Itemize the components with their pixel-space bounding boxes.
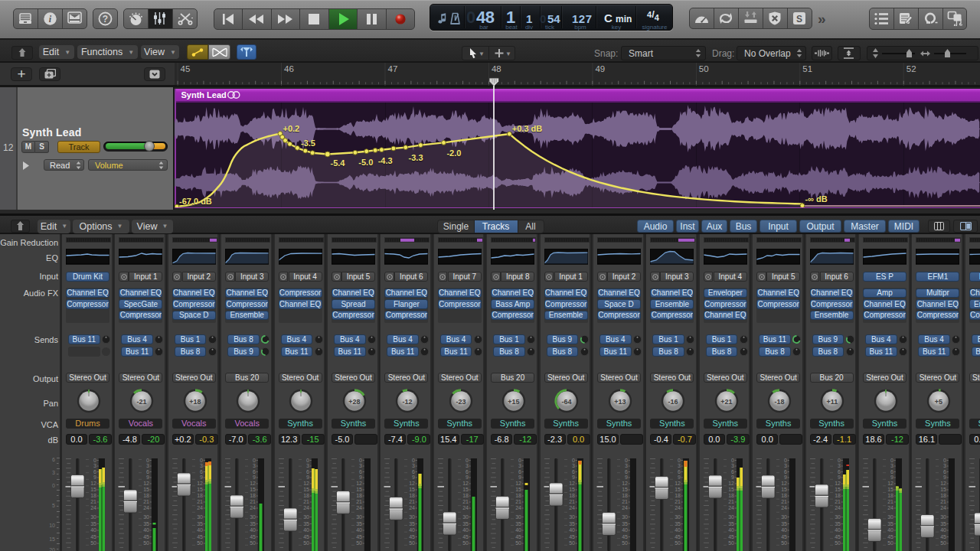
svg-text:0: 0 — [838, 458, 841, 463]
svg-text:9: 9 — [412, 474, 415, 480]
svg-text:18: 18 — [462, 493, 469, 498]
svg-text:35: 35 — [462, 521, 469, 527]
svg-text:40: 40 — [462, 527, 469, 533]
svg-text:18: 18 — [941, 493, 947, 498]
svg-text:15: 15 — [144, 487, 150, 492]
svg-text:12: 12 — [90, 481, 96, 486]
svg-text:30: 30 — [356, 514, 362, 520]
svg-text:21: 21 — [728, 499, 734, 504]
svg-text:3: 3 — [466, 463, 469, 468]
svg-text:50: 50 — [887, 540, 893, 546]
svg-text:0: 0 — [572, 458, 575, 463]
svg-text:21: 21 — [462, 499, 469, 504]
svg-text:0: 0 — [93, 458, 96, 463]
svg-text:35: 35 — [356, 521, 362, 527]
svg-text:15: 15 — [49, 536, 55, 542]
svg-text:0: 0 — [890, 458, 893, 463]
svg-text:18: 18 — [197, 493, 203, 498]
svg-text:9: 9 — [200, 474, 203, 480]
svg-text:40: 40 — [356, 527, 362, 533]
svg-text:6: 6 — [200, 469, 203, 474]
svg-text:0: 0 — [731, 458, 734, 463]
svg-text:40: 40 — [781, 527, 787, 533]
svg-text:3: 3 — [52, 470, 55, 475]
svg-text:30: 30 — [835, 514, 841, 520]
svg-text:21: 21 — [303, 499, 309, 504]
svg-text:50: 50 — [728, 540, 734, 546]
svg-text:21: 21 — [835, 499, 841, 504]
svg-text:9: 9 — [838, 474, 841, 480]
svg-text:3: 3 — [146, 463, 149, 468]
svg-text:45: 45 — [462, 534, 469, 540]
svg-text:40: 40 — [250, 527, 256, 533]
svg-text:45: 45 — [250, 534, 256, 540]
svg-text:-64: -64 — [562, 398, 572, 406]
svg-text:+18: +18 — [189, 398, 201, 406]
svg-text:45: 45 — [569, 534, 575, 540]
svg-text:18: 18 — [728, 493, 734, 498]
svg-text:24: 24 — [144, 505, 150, 510]
svg-text:18: 18 — [622, 493, 628, 498]
svg-text:21: 21 — [622, 499, 628, 504]
svg-text:50: 50 — [410, 540, 416, 546]
svg-text:15: 15 — [462, 487, 469, 492]
svg-text:18: 18 — [303, 493, 309, 498]
svg-text:45: 45 — [515, 534, 521, 540]
svg-text:18: 18 — [144, 493, 150, 498]
svg-text:6: 6 — [93, 469, 96, 474]
svg-text:6: 6 — [412, 469, 415, 474]
svg-text:45: 45 — [675, 534, 681, 540]
svg-text:30: 30 — [728, 514, 734, 520]
svg-text:12: 12 — [569, 481, 575, 486]
svg-text:3: 3 — [784, 463, 787, 468]
svg-text:40: 40 — [410, 527, 416, 533]
svg-text:50: 50 — [675, 540, 681, 546]
svg-text:21: 21 — [144, 499, 150, 504]
svg-text:-21: -21 — [137, 398, 147, 406]
svg-text:6: 6 — [466, 469, 469, 474]
svg-text:6: 6 — [625, 469, 628, 474]
svg-text:18: 18 — [515, 493, 521, 498]
svg-text:-23: -23 — [456, 398, 466, 406]
svg-text:24: 24 — [569, 505, 575, 510]
svg-text:24: 24 — [941, 505, 947, 510]
svg-text:0: 0 — [306, 458, 309, 463]
svg-text:+21: +21 — [720, 398, 732, 406]
svg-text:6: 6 — [359, 469, 362, 474]
svg-text:35: 35 — [887, 521, 893, 527]
svg-text:40: 40 — [90, 527, 96, 533]
svg-text:24: 24 — [728, 505, 734, 510]
svg-text:50: 50 — [515, 540, 521, 546]
svg-text:30: 30 — [250, 514, 256, 520]
svg-text:50: 50 — [622, 540, 628, 546]
svg-text:15: 15 — [835, 487, 841, 492]
svg-text:24: 24 — [90, 505, 96, 510]
svg-text:24: 24 — [356, 505, 362, 510]
svg-text:30: 30 — [90, 514, 96, 520]
svg-text:6: 6 — [678, 469, 681, 474]
svg-text:40: 40 — [887, 527, 893, 533]
svg-text:6: 6 — [518, 469, 521, 474]
svg-text:0: 0 — [146, 458, 149, 463]
svg-text:35: 35 — [941, 521, 947, 527]
svg-text:3: 3 — [943, 463, 946, 468]
svg-text:0: 0 — [625, 458, 628, 463]
svg-text:10: 10 — [49, 523, 55, 528]
svg-text:50: 50 — [569, 540, 575, 546]
svg-text:24: 24 — [515, 505, 521, 510]
svg-text:35: 35 — [622, 521, 628, 527]
svg-text:50: 50 — [250, 540, 256, 546]
svg-text:18: 18 — [90, 493, 96, 498]
svg-text:15: 15 — [887, 487, 893, 492]
svg-text:35: 35 — [90, 521, 96, 527]
svg-text:35: 35 — [781, 521, 787, 527]
svg-text:35: 35 — [250, 521, 256, 527]
svg-text:12: 12 — [941, 481, 947, 486]
svg-text:6: 6 — [146, 469, 149, 474]
svg-text:24: 24 — [462, 505, 469, 510]
svg-text:+13: +13 — [614, 398, 626, 406]
svg-text:20: 20 — [49, 547, 55, 551]
svg-text:30: 30 — [144, 514, 150, 520]
svg-text:35: 35 — [410, 521, 416, 527]
svg-text:12: 12 — [462, 481, 469, 486]
